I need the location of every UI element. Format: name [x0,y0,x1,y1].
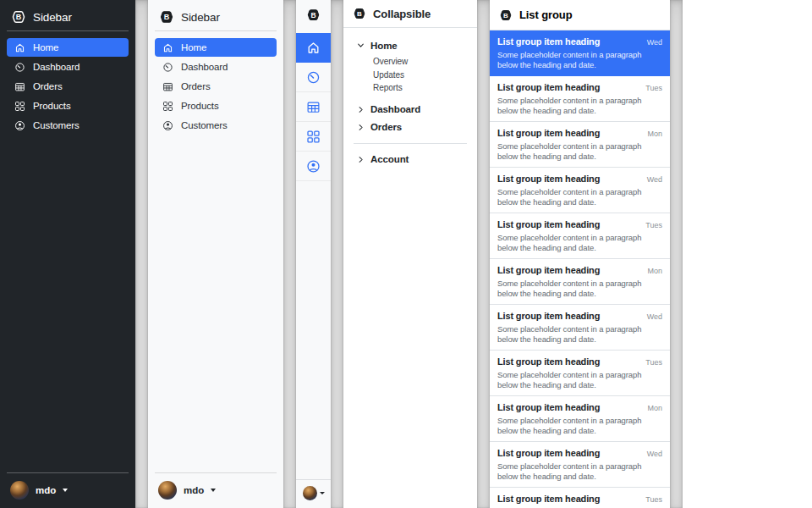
bootstrap-logo-icon: B [352,7,367,20]
list-group-item[interactable]: List group item headingTuesSome placehol… [490,213,670,259]
collapsible-tree: HomeOverviewUpdatesReportsDashboardOrder… [343,28,477,177]
list-item-body-line: below the heading and date. [497,197,662,207]
list-item-body: Some placeholder content in a paragraphb… [497,279,662,298]
house-icon [14,42,25,53]
tree-item-account[interactable]: Account [350,152,470,168]
brand[interactable]: B [305,0,321,33]
tree-item-label: Account [370,154,409,164]
list-item-heading: List group item heading [497,82,600,92]
example-divider [331,0,343,508]
chevron-down-icon [320,492,325,494]
nav-item-home[interactable]: Home [7,38,129,57]
tree-divider [354,143,467,144]
list-item-head: List group item headingTues [497,356,662,367]
nav-list: HomeDashboardOrdersProductsCustomers [155,38,277,135]
tree-item-dashboard[interactable]: Dashboard [350,102,470,118]
nav-item-label: Products [33,101,71,111]
nav-list: HomeDashboardOrdersProductsCustomers [7,38,129,135]
list-item-head: List group item headingMon [497,265,662,275]
tree-subitem-overview[interactable]: Overview [373,55,470,69]
person-circle-icon [162,120,173,131]
svg-text:B: B [310,11,315,19]
list-item-heading: List group item heading [497,36,600,47]
list-group-item[interactable]: List group item headingMonSome placehold… [490,396,670,442]
icon-nav-list [296,33,331,181]
list-item-body-line: Some placeholder content in a paragraph [497,416,662,426]
tree-item-orders[interactable]: Orders [350,119,470,135]
sidebar-collapsible: B Collapsible HomeOverviewUpdatesReports… [343,0,477,508]
nav-item-dashboard[interactable]: Dashboard [155,58,277,76]
list-group-item[interactable]: List group item headingWedSome placehold… [490,305,670,351]
brand[interactable]: B Sidebar [155,7,277,30]
tree-subitem-reports[interactable]: Reports [373,81,470,95]
tree-item-label: Orders [370,122,402,132]
house-icon [306,41,321,55]
nav-item-customers[interactable]: Customers [155,116,277,135]
list-item-body-line: Some placeholder content in a paragraph [497,233,662,243]
nav-item-customers[interactable]: Customers [7,116,129,135]
list-item-body-line: below the heading and date. [497,106,662,116]
list-item-heading: List group item heading [497,174,600,184]
list-item-head: List group item headingTues [497,219,662,229]
tree-subitem-updates[interactable]: Updates [373,69,470,82]
list-item-heading: List group item heading [497,311,600,321]
brand[interactable]: B Collapsible [343,0,477,28]
user-name: mdo [36,485,56,495]
chevron-down-icon [63,489,68,492]
person-circle-icon [306,159,321,174]
list-group-item[interactable]: List group item headingTuesSome placehol… [490,76,670,122]
list-item-body-line: Some placeholder content in a paragraph [497,141,662,152]
svg-text:B: B [164,13,170,21]
nav-item-products[interactable]: Products [155,97,277,115]
list-item-body-line: Some placeholder content in a paragraph [497,279,662,289]
icon-nav-item-table[interactable] [296,92,331,122]
nav-item-label: Dashboard [181,62,228,72]
nav-item-products[interactable]: Products [7,97,129,115]
chevron-right-icon [357,156,365,163]
brand[interactable]: B Sidebar [7,7,129,30]
list-group-item[interactable]: List group item headingTuesSome placehol… [490,488,670,508]
list-item-body-line: Some placeholder content in a paragraph [497,324,662,334]
user-menu[interactable] [296,479,331,508]
list-group-item[interactable]: List group item headingTuesSome placehol… [490,351,670,396]
bootstrap-logo-icon: B [305,8,321,22]
list-group-panel: B List group List group item headingWedS… [490,0,670,508]
avatar [158,481,177,500]
list-group-title: List group [519,8,573,21]
nav-item-label: Customers [181,120,228,130]
chevron-down-icon [211,489,216,492]
list-item-body-line: below the heading and date. [497,289,662,299]
list-item-date: Mon [647,404,662,412]
list-group-item[interactable]: List group item headingWedSome placehold… [490,442,670,488]
list-group-item[interactable]: List group item headingMonSome placehold… [490,122,670,168]
nav-item-dashboard[interactable]: Dashboard [7,58,129,76]
list-item-date: Tues [645,84,662,92]
nav-item-home[interactable]: Home [155,38,277,57]
nav-item-orders[interactable]: Orders [7,77,129,96]
icon-nav-item-person-circle[interactable] [296,152,331,181]
chevron-down-icon [357,41,365,49]
icon-nav-item-house[interactable] [296,33,331,63]
tree-item-home[interactable]: Home [350,37,470,53]
list-item-heading: List group item heading [497,494,600,504]
house-icon [162,42,173,53]
user-menu[interactable]: mdo [7,479,129,501]
list-item-body-line: below the heading and date. [497,472,662,482]
brand[interactable]: B List group [490,0,670,30]
icon-nav-item-speedometer[interactable] [296,63,331,92]
tree-item-label: Home [370,41,398,51]
list-group-item[interactable]: List group item headingWedSome placehold… [490,168,670,213]
sidebar-title: Sidebar [181,11,220,24]
list-item-date: Tues [645,221,662,229]
nav-item-orders[interactable]: Orders [155,77,277,96]
list-item-head: List group item headingWed [497,36,662,47]
list-group-item[interactable]: List group item headingMonSome placehold… [490,259,670,305]
user-menu[interactable]: mdo [155,479,277,501]
grid-icon [14,101,25,112]
icon-nav-item-grid[interactable] [296,122,331,152]
list-group-item[interactable]: List group item headingWedSome placehold… [490,30,670,76]
example-divider [670,0,683,508]
nav-item-label: Dashboard [33,62,80,72]
list-item-date: Wed [647,175,662,184]
list-group: List group item headingWedSome placehold… [490,30,670,508]
